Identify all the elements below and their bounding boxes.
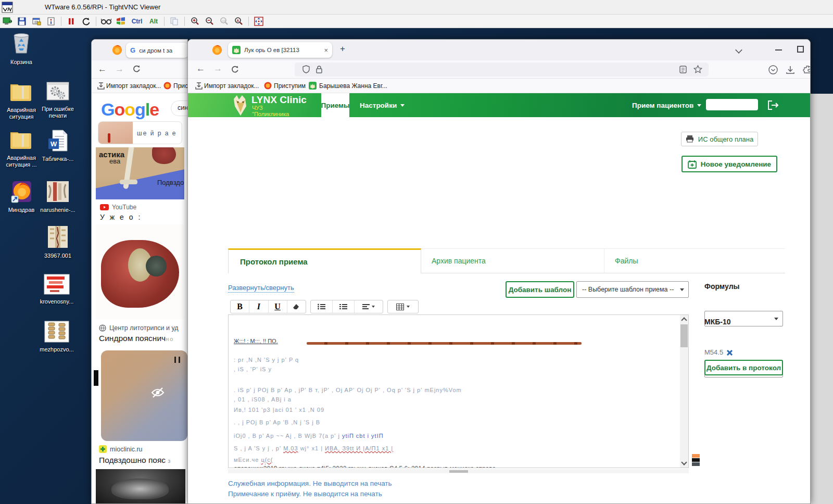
- desktop-icon-narushenie[interactable]: narushenie-...: [37, 180, 78, 213]
- add-template-button[interactable]: Добавить шаблон: [506, 281, 574, 298]
- zoom-100-icon[interactable]: 100: [218, 16, 230, 27]
- forward-icon[interactable]: →: [115, 64, 124, 74]
- nav-settings[interactable]: Настройки: [360, 93, 405, 117]
- hscrollbar-thumb[interactable]: [449, 470, 468, 473]
- word-doc-icon: W: [46, 129, 69, 152]
- eraser-icon: [293, 304, 300, 310]
- pause-icon[interactable]: [65, 16, 78, 27]
- mri-image[interactable]: [96, 469, 185, 504]
- scroll-down-icon[interactable]: [681, 459, 687, 465]
- tab-archive[interactable]: Архив пациента: [421, 248, 604, 273]
- add-to-protocol-button[interactable]: Добавить в протокол: [704, 360, 783, 375]
- reader-mode-icon[interactable]: [679, 66, 687, 73]
- expand-collapse-link[interactable]: Развернуть/свернуть: [228, 284, 294, 293]
- list-tabs-chevron-icon[interactable]: [735, 46, 742, 54]
- editor-hscrollbar[interactable]: [228, 469, 689, 473]
- bookmark-pristupim[interactable]: Приступим: [274, 82, 306, 90]
- patient-admission-menu[interactable]: Прием пациентов: [632, 93, 701, 117]
- back-icon[interactable]: ←: [98, 64, 107, 74]
- new-notification-button[interactable]: Новое уведомление: [681, 156, 777, 172]
- new-connection-icon[interactable]: [1, 16, 14, 27]
- bookmark-pristupim[interactable]: Прист: [173, 82, 188, 90]
- bookmark-barysheva[interactable]: Барышева Жанна Евг...: [319, 82, 387, 90]
- reload-icon[interactable]: [132, 65, 141, 73]
- bullet-list-button[interactable]: [311, 300, 333, 313]
- desktop-icon-tablichka[interactable]: W Табличка-...: [37, 129, 78, 162]
- general-plan-button[interactable]: ИС общего плана: [681, 132, 758, 146]
- desktop-icon-avariynaya-2[interactable]: Аварийная ситуация ...: [1, 129, 42, 168]
- url-bar[interactable]: [295, 62, 709, 77]
- connection-options-icon[interactable]: [30, 16, 43, 27]
- extension-puzzle-icon[interactable]: [803, 65, 811, 74]
- anatomy-image-2[interactable]: [96, 224, 184, 319]
- hidden-image-card[interactable]: [101, 350, 187, 441]
- screenshot-glasses-icon[interactable]: [100, 16, 112, 27]
- scrollbar-thumb[interactable]: [680, 324, 688, 347]
- zoom-auto-icon[interactable]: A: [232, 16, 245, 27]
- result3-title[interactable]: Подвздошно пояс з: [99, 456, 171, 465]
- background-browser-window[interactable]: G си дром t за ← → Импорт закладок... Пр…: [91, 39, 188, 504]
- shield-icon[interactable]: [302, 65, 310, 73]
- copy-icon[interactable]: [168, 16, 181, 27]
- bold-button[interactable]: B: [231, 300, 249, 313]
- pocket-icon[interactable]: [768, 65, 778, 74]
- download-icon[interactable]: [786, 65, 795, 74]
- clinic-logo-block[interactable]: LYNX Clinic ЧУЗ "Поликлиника: [188, 93, 313, 117]
- ctrl-toggle[interactable]: Ctrl: [129, 16, 145, 27]
- desktop-icon-recycle-bin[interactable]: Корзина: [1, 31, 42, 66]
- fullscreen-icon[interactable]: [253, 16, 265, 27]
- zoom-out-icon[interactable]: [203, 16, 216, 27]
- search-input[interactable]: син: [171, 100, 188, 116]
- active-tab[interactable]: Лук орь О ев [32113 ×: [228, 42, 332, 58]
- image-result-card[interactable]: ше й р а е: [98, 121, 182, 144]
- clinic-header: LYNX Clinic ЧУЗ "Поликлиника Приемы Наст…: [188, 93, 811, 117]
- zoom-in-icon[interactable]: [188, 16, 201, 27]
- alt-toggle[interactable]: Alt: [147, 16, 160, 27]
- editor-scrollbar[interactable]: [680, 315, 688, 468]
- eraser-button[interactable]: [287, 300, 306, 313]
- desktop-icon-mezhpozvo[interactable]: mezhpozvo...: [36, 321, 77, 353]
- tab-protocol[interactable]: Протокол приема: [228, 248, 421, 273]
- forward-icon[interactable]: →: [213, 64, 222, 74]
- bookmark-import[interactable]: Импорт закладок...: [106, 82, 161, 90]
- new-tab-button[interactable]: +: [340, 44, 345, 54]
- site1-row[interactable]: Центр литотрипси и уд: [99, 324, 179, 332]
- nav-priemy[interactable]: Приемы: [321, 93, 349, 117]
- logout-icon[interactable]: [767, 100, 779, 110]
- save-icon[interactable]: [16, 16, 28, 27]
- site2-row[interactable]: mioclinic.ru: [99, 445, 143, 453]
- lock-icon[interactable]: [315, 65, 323, 73]
- desktop-icon-print-error[interactable]: При ошибке печати: [37, 81, 78, 119]
- desktop-icon-33967[interactable]: 33967.001: [37, 225, 78, 259]
- minimize-button[interactable]: [775, 49, 782, 51]
- ctrl-alt-del-icon[interactable]: [115, 16, 127, 27]
- service-info-link[interactable]: Служебная информация. Не выводится на пе…: [228, 480, 392, 487]
- numbered-list-button[interactable]: [333, 300, 355, 313]
- maximize-button[interactable]: [797, 46, 804, 53]
- align-button[interactable]: [355, 300, 383, 313]
- desktop-icon-krovenosny[interactable]: krovenosny...: [36, 274, 77, 305]
- desktop-icon-minzdrav[interactable]: Минздрав: [1, 180, 42, 213]
- tab-files[interactable]: Файлы: [604, 248, 785, 273]
- connection-info-icon[interactable]: [45, 16, 57, 27]
- anatomy-image-1[interactable]: астика ева Подвздо: [96, 147, 184, 199]
- note-info-link[interactable]: Примечание к приёму. Не выводится на печ…: [228, 490, 382, 498]
- refresh-icon[interactable]: [80, 16, 92, 27]
- back-icon[interactable]: ←: [196, 64, 205, 74]
- bg-browser-tab[interactable]: G си дром t за: [126, 43, 188, 58]
- underline-button[interactable]: U: [269, 300, 287, 313]
- template-select[interactable]: -- Выберите шаблон приема --: [576, 281, 689, 298]
- italic-button[interactable]: I: [249, 300, 268, 313]
- protocol-editor[interactable]: Ж:::! : М:::, !! ПО. : pr ,N ,N 'S y j p…: [228, 314, 689, 468]
- reload-icon[interactable]: [231, 65, 239, 73]
- bookmark-star-icon[interactable]: [693, 65, 702, 74]
- desktop-icon-avariynaya-1[interactable]: Аварийная ситуация: [1, 81, 42, 120]
- tab-close-icon[interactable]: ×: [324, 46, 328, 54]
- scroll-up-icon[interactable]: [681, 317, 687, 323]
- bookmark-import[interactable]: Импорт закладок...: [204, 82, 259, 90]
- table-button[interactable]: [387, 300, 419, 313]
- result2-title[interactable]: Синдром пояснично: [99, 334, 174, 343]
- result1-title[interactable]: У ж е о :: [100, 213, 142, 221]
- youtube-source-row[interactable]: YouTube: [100, 204, 136, 211]
- remove-x-icon[interactable]: [726, 349, 733, 356]
